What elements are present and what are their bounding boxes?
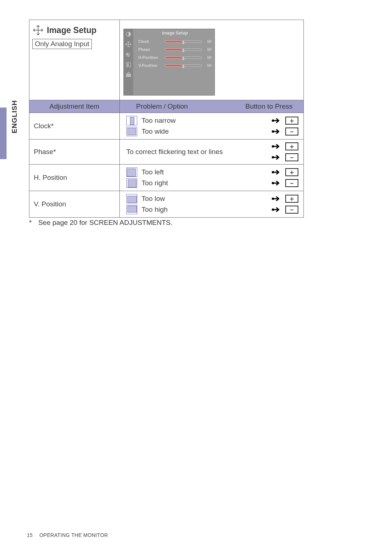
row-right: Too low Too high ＋ － bbox=[120, 191, 303, 217]
hand-icon bbox=[271, 128, 282, 135]
table-row: V. Position Too low Too high ＋ bbox=[29, 191, 303, 217]
osd-row: V.Position 50 bbox=[138, 63, 212, 68]
move-icon bbox=[32, 24, 44, 36]
footnote: * See page 20 for SCREEN ADJUSTMENTS. bbox=[29, 219, 172, 227]
svg-rect-10 bbox=[126, 74, 131, 77]
table-row: H. Position Too left Too right ＋ bbox=[29, 165, 303, 191]
adjustment-item: H. Position bbox=[29, 165, 120, 191]
svg-point-16 bbox=[272, 182, 274, 184]
osd-brightness-icon bbox=[125, 31, 132, 38]
plus-button[interactable]: ＋ bbox=[285, 142, 298, 150]
press-minus: － bbox=[271, 153, 298, 161]
problem-line: Too low bbox=[126, 194, 255, 203]
col-adjustment: Adjustment Item bbox=[29, 100, 120, 113]
problem-line: Too high bbox=[126, 205, 255, 214]
osd-move-icon bbox=[125, 41, 132, 48]
problem-line: Too right bbox=[126, 178, 255, 188]
svg-rect-9 bbox=[127, 63, 128, 66]
svg-point-14 bbox=[272, 156, 274, 158]
hand-icon bbox=[271, 117, 282, 124]
table-row: Clock* Too narrow Too wide ＋ bbox=[29, 113, 303, 139]
footnote-mark: * bbox=[29, 219, 32, 227]
page-number: 15 bbox=[27, 532, 33, 538]
osd-row-label: Clock bbox=[138, 39, 162, 44]
problem-line: Too wide bbox=[126, 127, 255, 136]
language-tab-bar bbox=[0, 108, 7, 159]
page-footer: 15 OPERATING THE MONITOR bbox=[27, 532, 108, 538]
row-right: Too narrow Too wide ＋ bbox=[120, 113, 303, 139]
adjustment-item: Phase* bbox=[29, 139, 120, 164]
adjustment-item: Clock* bbox=[29, 113, 120, 139]
plus-button[interactable]: ＋ bbox=[285, 168, 298, 176]
svg-point-17 bbox=[272, 198, 274, 200]
hand-icon bbox=[271, 169, 282, 176]
svg-point-13 bbox=[272, 145, 274, 147]
osd-row-label: Phase bbox=[138, 47, 162, 52]
hand-icon bbox=[271, 206, 282, 213]
plus-button[interactable]: ＋ bbox=[285, 117, 298, 125]
osd-preview: Image Setup Clock 50 Phase 50 H.Position bbox=[123, 29, 215, 96]
osd-row: Phase 50 bbox=[138, 47, 212, 52]
problem-col: Too narrow Too wide bbox=[126, 116, 255, 136]
section-title-text: Image Setup bbox=[47, 25, 97, 35]
button-col: ＋ － bbox=[255, 117, 298, 136]
language-tab-label: ENGLISH bbox=[11, 100, 19, 133]
press-minus: － bbox=[271, 179, 298, 187]
adjustment-item: V. Position bbox=[29, 191, 120, 217]
problem-text: Too low bbox=[142, 195, 165, 203]
press-minus: － bbox=[271, 206, 298, 214]
minus-button[interactable]: － bbox=[285, 206, 298, 214]
content-box: Image Setup Only Analog Input bbox=[29, 20, 304, 218]
problem-col: To correct flickering text or lines bbox=[126, 148, 255, 156]
hand-icon bbox=[271, 154, 282, 161]
problem-line: To correct flickering text or lines bbox=[126, 148, 255, 156]
problem-line: Too left bbox=[126, 167, 255, 177]
svg-point-11 bbox=[272, 120, 274, 122]
problem-line: Too narrow bbox=[126, 116, 255, 125]
hand-icon bbox=[271, 179, 282, 187]
osd-row-value: 50 bbox=[204, 55, 212, 60]
minus-button[interactable]: － bbox=[285, 179, 298, 187]
osd-row-label: H.Position bbox=[138, 55, 162, 60]
hand-icon bbox=[271, 143, 282, 150]
problem-text: Too high bbox=[142, 206, 168, 214]
problem-col: Too left Too right bbox=[126, 167, 255, 188]
header-row: Image Setup Only Analog Input bbox=[29, 20, 303, 100]
svg-point-18 bbox=[272, 209, 274, 211]
footnote-text: See page 20 for SCREEN ADJUSTMENTS. bbox=[38, 219, 172, 227]
minus-button[interactable]: － bbox=[285, 153, 298, 161]
osd-row-value: 50 bbox=[204, 63, 212, 68]
problem-text: To correct flickering text or lines bbox=[126, 148, 223, 156]
header-left: Image Setup Only Analog Input bbox=[29, 20, 120, 100]
diagram-high-icon bbox=[126, 205, 137, 214]
osd-row-value: 50 bbox=[204, 47, 212, 52]
osd-slider bbox=[165, 40, 201, 43]
col-button: Button to Press bbox=[234, 102, 303, 110]
osd-title: Image Setup bbox=[138, 31, 212, 36]
table-row: Phase* To correct flickering text or lin… bbox=[29, 139, 303, 165]
problem-text: Too left bbox=[142, 168, 164, 176]
diagram-low-icon bbox=[126, 194, 137, 203]
language-tab: ENGLISH bbox=[0, 108, 18, 159]
press-plus: ＋ bbox=[271, 117, 298, 125]
osd-tools-icon bbox=[125, 71, 132, 78]
osd-row: H.Position 50 bbox=[138, 55, 212, 60]
diagram-right-icon bbox=[126, 178, 137, 188]
osd-body: Image Setup Clock 50 Phase 50 H.Position bbox=[133, 29, 215, 95]
header-right: Image Setup Clock 50 Phase 50 H.Position bbox=[120, 20, 303, 100]
plus-button[interactable]: ＋ bbox=[285, 195, 298, 203]
hand-icon bbox=[271, 195, 282, 202]
problem-text: Too right bbox=[142, 179, 168, 187]
row-right: To correct flickering text or lines ＋ － bbox=[120, 139, 303, 164]
osd-row: Clock 50 bbox=[138, 39, 212, 44]
problem-text: Too wide bbox=[142, 128, 169, 136]
column-headers: Adjustment Item Problem / Option Button … bbox=[29, 100, 303, 113]
press-plus: ＋ bbox=[271, 195, 298, 203]
svg-point-15 bbox=[272, 171, 274, 173]
footer-section: OPERATING THE MONITOR bbox=[39, 532, 108, 538]
section-title: Image Setup bbox=[32, 24, 117, 36]
diagram-narrow-icon bbox=[126, 116, 137, 125]
minus-button[interactable]: － bbox=[285, 128, 298, 136]
problem-text: Too narrow bbox=[142, 117, 176, 125]
osd-row-value: 50 bbox=[204, 39, 212, 44]
